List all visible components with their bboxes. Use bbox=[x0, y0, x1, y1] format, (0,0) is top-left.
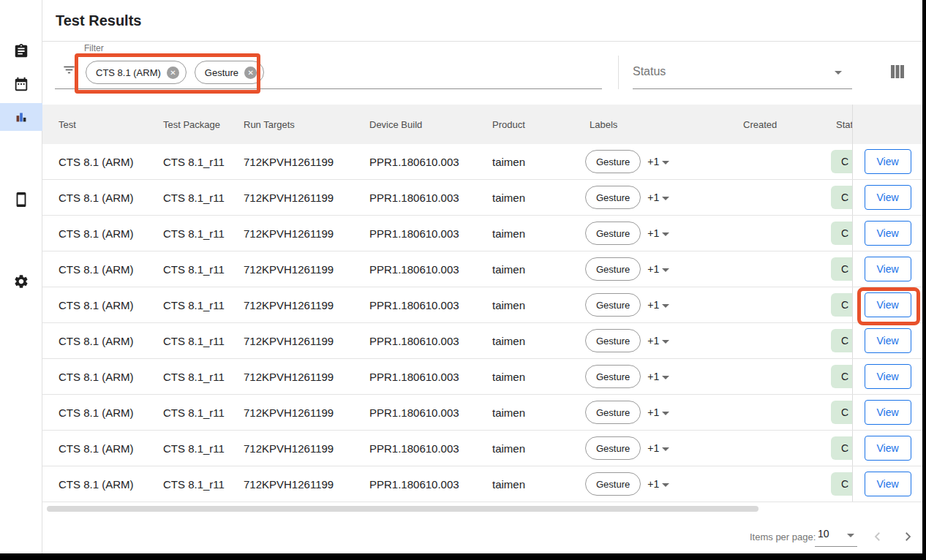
cell-product: taimen bbox=[492, 395, 525, 430]
filter-field-label: Filter bbox=[84, 43, 104, 53]
cell-device-build: PPR1.180610.003 bbox=[369, 323, 459, 358]
more-labels-toggle[interactable]: +1 bbox=[647, 263, 669, 275]
more-labels-toggle[interactable]: +1 bbox=[647, 192, 669, 203]
cell-test-package: CTS 8.1_r11 bbox=[163, 323, 225, 358]
cell-test: CTS 8.1 (ARM) bbox=[59, 395, 134, 430]
view-button[interactable]: View bbox=[865, 328, 911, 353]
cell-actions: View bbox=[852, 287, 922, 322]
cell-test: CTS 8.1 (ARM) bbox=[59, 466, 134, 502]
chevron-left-icon bbox=[871, 530, 884, 546]
toolbar-divider bbox=[618, 56, 619, 89]
view-button[interactable]: View bbox=[865, 400, 911, 425]
cell-device-build: PPR1.180610.003 bbox=[369, 144, 459, 179]
more-labels-toggle[interactable]: +1 bbox=[647, 442, 669, 454]
more-labels-count: +1 bbox=[647, 299, 659, 311]
table-row: CTS 8.1 (ARM) CTS 8.1_r11 712KPVH1261199… bbox=[42, 251, 922, 287]
table-row: CTS 8.1 (ARM) CTS 8.1_r11 712KPVH1261199… bbox=[42, 466, 922, 502]
view-button[interactable]: View bbox=[865, 185, 911, 210]
cell-product: taimen bbox=[492, 144, 525, 179]
cell-labels: Gesture +1 bbox=[585, 180, 669, 215]
smartphone-icon bbox=[13, 192, 29, 208]
more-labels-count: +1 bbox=[647, 371, 659, 382]
cell-product: taimen bbox=[492, 466, 525, 502]
more-labels-count: +1 bbox=[647, 442, 659, 454]
cell-labels: Gesture +1 bbox=[585, 323, 669, 358]
more-labels-toggle[interactable]: +1 bbox=[647, 406, 669, 418]
cell-labels: Gesture +1 bbox=[585, 431, 669, 466]
column-settings-button[interactable] bbox=[885, 62, 910, 84]
cell-labels: Gesture +1 bbox=[585, 251, 669, 287]
filter-chip[interactable]: Gesture ✕ bbox=[195, 61, 264, 84]
cell-test-package: CTS 8.1_r11 bbox=[163, 466, 225, 502]
items-per-page-label: Items per page: bbox=[750, 531, 816, 542]
paginator: Items per page: 10 bbox=[42, 502, 922, 553]
cell-product: taimen bbox=[492, 323, 525, 358]
view-columns-icon bbox=[890, 65, 905, 81]
gear-icon bbox=[13, 273, 29, 290]
cell-device-build: PPR1.180610.003 bbox=[369, 395, 459, 430]
more-labels-count: +1 bbox=[647, 263, 659, 275]
cell-run-targets: 712KPVH1261199 bbox=[244, 431, 334, 466]
chevron-down-icon bbox=[835, 71, 842, 75]
cell-actions: View bbox=[852, 144, 922, 179]
cell-test-package: CTS 8.1_r11 bbox=[163, 216, 225, 251]
cell-product: taimen bbox=[492, 359, 525, 394]
cell-product: taimen bbox=[492, 251, 525, 287]
close-icon[interactable]: ✕ bbox=[167, 67, 179, 79]
items-per-page-value: 10 bbox=[818, 528, 829, 540]
status-select[interactable]: Status bbox=[633, 61, 852, 89]
label-chip: Gesture bbox=[585, 222, 641, 245]
next-page-button[interactable] bbox=[899, 529, 916, 547]
cell-labels: Gesture +1 bbox=[585, 395, 669, 430]
cell-device-build: PPR1.180610.003 bbox=[369, 359, 459, 394]
more-labels-toggle[interactable]: +1 bbox=[647, 227, 669, 239]
filter-toolbar: Filter CTS 8.1 (ARM) ✕ Gesture ✕ Status bbox=[42, 42, 922, 105]
cell-labels: Gesture +1 bbox=[585, 216, 669, 251]
more-labels-toggle[interactable]: +1 bbox=[647, 156, 669, 167]
view-button[interactable]: View bbox=[865, 292, 911, 317]
cell-labels: Gesture +1 bbox=[585, 466, 669, 502]
more-labels-toggle[interactable]: +1 bbox=[647, 371, 669, 382]
sidebar-item-settings[interactable] bbox=[0, 268, 42, 295]
view-button[interactable]: View bbox=[865, 436, 911, 461]
more-labels-count: +1 bbox=[647, 478, 659, 490]
sidebar-item-test-plans[interactable] bbox=[0, 37, 42, 65]
previous-page-button[interactable] bbox=[869, 529, 887, 547]
view-button[interactable]: View bbox=[865, 257, 911, 281]
label-chip: Gesture bbox=[585, 436, 641, 460]
more-labels-toggle[interactable]: +1 bbox=[647, 335, 669, 347]
more-labels-toggle[interactable]: +1 bbox=[647, 478, 669, 490]
cell-actions: View bbox=[852, 431, 922, 466]
sidebar-item-schedule[interactable] bbox=[0, 70, 42, 98]
sidebar-item-devices[interactable] bbox=[0, 186, 42, 213]
cell-run-targets: 712KPVH1261199 bbox=[244, 144, 334, 179]
items-per-page-select[interactable]: 10 bbox=[815, 524, 857, 547]
more-labels-toggle[interactable]: +1 bbox=[647, 299, 669, 311]
sidebar-item-test-results[interactable] bbox=[0, 103, 42, 131]
chevron-down-icon bbox=[662, 232, 669, 236]
cell-device-build: PPR1.180610.003 bbox=[369, 216, 459, 251]
more-labels-count: +1 bbox=[647, 156, 659, 167]
column-header-device-build: Device Build bbox=[369, 105, 422, 144]
close-icon[interactable]: ✕ bbox=[244, 67, 257, 79]
filter-chip[interactable]: CTS 8.1 (ARM) ✕ bbox=[86, 61, 187, 84]
view-button[interactable]: View bbox=[865, 472, 911, 496]
view-button[interactable]: View bbox=[865, 149, 911, 174]
view-button[interactable]: View bbox=[865, 364, 911, 389]
table-body: CTS 8.1 (ARM) CTS 8.1_r11 712KPVH1261199… bbox=[42, 144, 922, 502]
cell-run-targets: 712KPVH1261199 bbox=[244, 395, 334, 430]
chevron-right-icon bbox=[901, 530, 914, 546]
filter-input-underline[interactable] bbox=[55, 88, 602, 89]
cell-product: taimen bbox=[492, 216, 525, 251]
cell-product: taimen bbox=[492, 180, 525, 215]
cell-labels: Gesture +1 bbox=[585, 359, 669, 394]
page-title: Test Results bbox=[56, 12, 141, 29]
column-header-product: Product bbox=[492, 105, 525, 144]
label-chip: Gesture bbox=[585, 329, 641, 352]
cell-run-targets: 712KPVH1261199 bbox=[244, 359, 334, 394]
label-chip: Gesture bbox=[585, 186, 641, 209]
table-row: CTS 8.1 (ARM) CTS 8.1_r11 712KPVH1261199… bbox=[42, 359, 922, 395]
view-button[interactable]: View bbox=[865, 221, 911, 246]
column-header-test: Test bbox=[59, 105, 76, 144]
cell-test-package: CTS 8.1_r11 bbox=[163, 359, 225, 394]
